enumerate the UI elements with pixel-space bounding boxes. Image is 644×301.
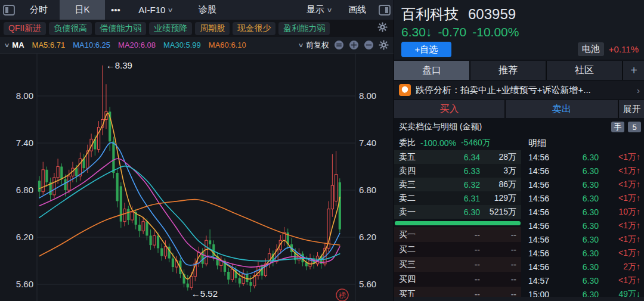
ma10-value: MA10:6.25 bbox=[73, 41, 110, 49]
order-book-title: 买卖档位与明细 (金额) bbox=[399, 122, 611, 132]
sell-level-row[interactable]: 卖二6.31129万 bbox=[394, 191, 521, 205]
chart-settings-gear-icon[interactable] bbox=[379, 40, 389, 50]
tab-community[interactable]: 社区 bbox=[547, 61, 622, 80]
y-axis-label-left: 5.60 bbox=[16, 279, 33, 289]
level-count-badge[interactable]: 5 bbox=[628, 122, 641, 132]
y-axis-label-left: 6.20 bbox=[16, 232, 33, 242]
detail-volume: <1万↑ bbox=[599, 193, 644, 204]
stock-code: 603959 bbox=[468, 6, 516, 22]
trade-detail-row[interactable]: 14:566.30<1万↑ bbox=[524, 178, 644, 191]
sector-chip[interactable]: 电池 bbox=[578, 42, 604, 56]
ma5-value: MA5:6.71 bbox=[32, 41, 66, 49]
sell-level-price: 6.32 bbox=[425, 180, 480, 190]
candlestick-chart[interactable]: 8.008.007.407.406.806.806.206.205.605.60… bbox=[0, 54, 394, 301]
tab-daily-k-label: 日K bbox=[75, 4, 89, 15]
sell-level-row[interactable]: 卖四6.333万 bbox=[394, 164, 521, 178]
detail-volume: 2万↑ bbox=[599, 262, 644, 272]
y-axis-label-right: 8.00 bbox=[359, 91, 376, 101]
chevron-down-icon[interactable]: ∨ bbox=[4, 42, 10, 48]
buy-level-amount: -- bbox=[480, 275, 521, 284]
trade-detail-row[interactable]: 14:576.30<1万↑ bbox=[524, 274, 644, 287]
panel-left-toggle-icon[interactable] bbox=[0, 4, 18, 17]
tab-order-book[interactable]: 盘口 bbox=[394, 61, 469, 80]
draw-line-button[interactable]: 画线 bbox=[339, 0, 376, 20]
draw-line-label: 画线 bbox=[348, 4, 366, 15]
trade-detail-row[interactable]: 14:566.30<1万↑ bbox=[524, 232, 644, 246]
y-axis-label-left: 8.00 bbox=[16, 91, 33, 101]
buy-level-row[interactable]: 买二---- bbox=[394, 242, 521, 257]
buy-level-label: 买一 bbox=[394, 229, 425, 240]
detail-time: 14:56 bbox=[524, 207, 559, 217]
detail-volume: <1万↑ bbox=[599, 275, 644, 286]
trade-detail-row[interactable]: 14:566.302万↑ bbox=[524, 260, 644, 274]
trade-detail-row[interactable]: 14:566.30<1万↑ bbox=[524, 246, 644, 260]
tag-low-cash[interactable]: 现金很少 bbox=[233, 22, 275, 35]
tag-cyclical[interactable]: 周期股 bbox=[195, 22, 230, 35]
detail-price: 6.30 bbox=[559, 207, 599, 217]
buy-level-label: 买三 bbox=[394, 259, 425, 270]
buy-button[interactable]: 买入 bbox=[394, 100, 504, 118]
tab-daily-k[interactable]: 日K bbox=[60, 0, 105, 20]
add-watchlist-button[interactable]: +自选 bbox=[401, 42, 451, 57]
chevron-right-icon: › bbox=[632, 85, 644, 95]
display-menu-button[interactable]: 显示∨ bbox=[299, 0, 339, 20]
chevron-down-icon[interactable]: ∨ bbox=[298, 42, 304, 48]
panel-right-toggle-icon[interactable] bbox=[376, 4, 394, 17]
y-axis-label-right: 7.40 bbox=[359, 138, 376, 148]
tab-diagnose-label: 诊股 bbox=[199, 4, 216, 15]
ma20-value: MA20:6.08 bbox=[118, 41, 156, 49]
tags-gear-icon[interactable] bbox=[377, 22, 388, 35]
y-axis-label-left: 7.40 bbox=[16, 138, 33, 148]
detail-volume: <1万↑ bbox=[599, 166, 644, 176]
trade-detail-row[interactable]: 14:566.30<1万↑ bbox=[524, 164, 644, 178]
buy-levels: 买一----买二----买三----买四----买五---- bbox=[394, 227, 521, 301]
trade-detail-row[interactable]: 14:566.30<1万↑ bbox=[524, 191, 644, 205]
trade-detail-row[interactable]: 14:566.30<1万↑ bbox=[524, 150, 644, 164]
detail-volume: <1万↑ bbox=[599, 248, 644, 259]
chevron-down-icon: ∨ bbox=[326, 7, 332, 13]
add-tab-button[interactable]: + bbox=[623, 61, 644, 80]
sell-button[interactable]: 卖出 bbox=[506, 100, 618, 118]
sell-level-row[interactable]: 卖五6.3428万 bbox=[394, 150, 521, 164]
trade-detail-row[interactable]: 14:566.30<1万↑ bbox=[524, 219, 644, 232]
tab-recommend[interactable]: 推荐 bbox=[470, 61, 546, 80]
trade-detail-row[interactable]: 14:566.3010万↑ bbox=[524, 205, 644, 219]
sell-level-row[interactable]: 卖三6.3286万 bbox=[394, 178, 521, 191]
zoom-in-icon[interactable] bbox=[349, 40, 359, 50]
sell-level-price: 6.30 bbox=[425, 207, 480, 217]
sell-level-amount: 28万 bbox=[480, 152, 521, 163]
news-banner[interactable]: 跌停分析：拍卖中止+业绩预亏+诉讼新增+... › bbox=[394, 81, 644, 99]
buy-level-row[interactable]: 买三---- bbox=[394, 257, 521, 272]
detail-price: 6.30 bbox=[559, 262, 599, 272]
tag-high-debt[interactable]: 负债很高 bbox=[49, 22, 92, 35]
tag-weak-solvency[interactable]: 偿债能力弱 bbox=[95, 22, 146, 35]
sell-level-amount: 86万 bbox=[480, 179, 521, 190]
collapse-indicator-icon[interactable] bbox=[334, 40, 344, 50]
sell-level-amount: 5215万 bbox=[480, 207, 521, 218]
expand-button[interactable]: 展开 bbox=[619, 100, 644, 118]
detail-price: 6.30 bbox=[559, 153, 599, 162]
tab-ai-f10[interactable]: AI-F10∨ bbox=[126, 0, 185, 20]
tab-timeline[interactable]: 分时 bbox=[18, 0, 60, 20]
tag-weak-profit[interactable]: 盈利能力弱 bbox=[278, 22, 330, 35]
detail-volume: <1万↑ bbox=[599, 152, 644, 163]
tab-diagnose[interactable]: 诊股 bbox=[185, 0, 230, 20]
panel-tabs: 盘口 推荐 社区 + bbox=[394, 61, 644, 80]
zoom-out-icon[interactable] bbox=[364, 40, 374, 50]
detail-price: 6.30 bbox=[559, 180, 599, 190]
trade-detail-list: 明细 14:566.30<1万↑14:566.30<1万↑14:566.30<1… bbox=[524, 136, 644, 301]
sell-level-label: 卖一 bbox=[394, 207, 425, 218]
buy-level-row[interactable]: 买四---- bbox=[394, 272, 521, 287]
more-periods-button[interactable]: ••• bbox=[105, 0, 126, 20]
ma-indicator-row: ∨ MA MA5:6.71 MA10:6.25 MA20:6.08 MA30:5… bbox=[0, 37, 394, 54]
unit-badge[interactable]: 手 bbox=[611, 122, 624, 132]
tag-earnings-decline[interactable]: 业绩预降 bbox=[149, 22, 192, 35]
sell-level-label: 卖四 bbox=[394, 166, 425, 176]
buy-level-row[interactable]: 买一---- bbox=[394, 227, 521, 242]
buy-level-amount: -- bbox=[480, 245, 521, 255]
detail-price: 6.30 bbox=[559, 194, 599, 203]
sell-level-row[interactable]: 卖一6.305215万 bbox=[394, 205, 521, 219]
tag-qfii[interactable]: QFII新进 bbox=[4, 22, 46, 35]
buy-level-amount: -- bbox=[480, 260, 521, 269]
adjust-mode-label[interactable]: 前复权 bbox=[306, 40, 329, 51]
